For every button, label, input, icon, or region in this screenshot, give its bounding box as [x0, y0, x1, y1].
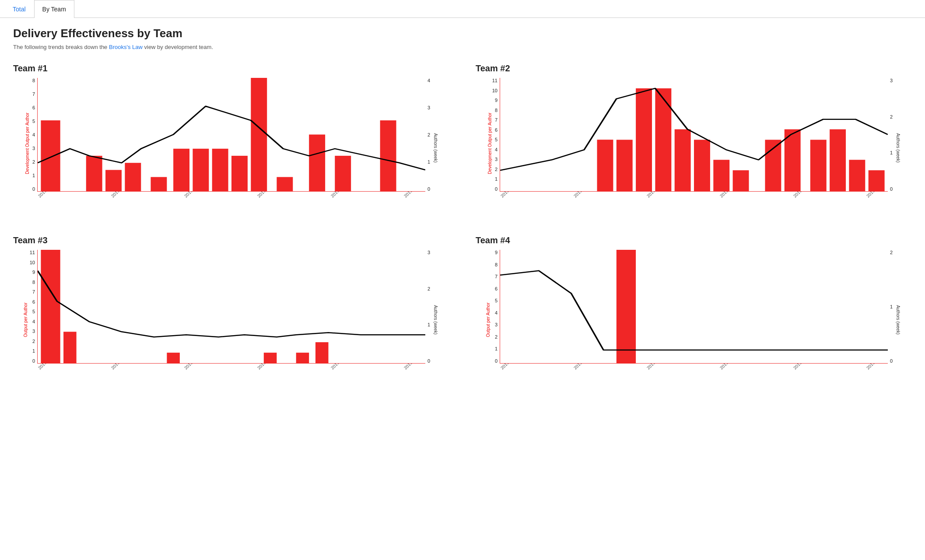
- svg-rect-15: [617, 140, 633, 191]
- svg-rect-13: [380, 120, 396, 191]
- tab-total[interactable]: Total: [4, 0, 34, 18]
- svg-rect-33: [315, 342, 329, 363]
- svg-rect-14: [597, 140, 613, 191]
- tab-by-team[interactable]: By Team: [34, 0, 74, 18]
- svg-rect-2: [105, 170, 122, 191]
- team3-title: Team #3: [13, 235, 449, 245]
- team2-section: Team #2 01234567891011 0123 Development …: [476, 63, 912, 218]
- charts-grid: Team #1 012345678 01234 Development Outp…: [13, 63, 912, 390]
- page-content: Delivery Effectiveness by Team The follo…: [0, 18, 925, 399]
- svg-rect-12: [335, 156, 351, 191]
- svg-rect-5: [173, 149, 189, 191]
- team2-title: Team #2: [476, 63, 912, 74]
- svg-rect-6: [193, 149, 209, 191]
- team4-section: Team #4 0123456789 012 Output per Author…: [476, 235, 912, 390]
- svg-rect-7: [212, 149, 228, 191]
- svg-rect-8: [231, 156, 248, 191]
- svg-rect-30: [167, 353, 180, 363]
- svg-rect-16: [636, 88, 652, 191]
- svg-rect-1: [86, 156, 102, 191]
- team1-title: Team #1: [13, 63, 449, 74]
- svg-rect-4: [151, 177, 167, 191]
- svg-rect-24: [810, 140, 827, 191]
- svg-rect-3: [125, 163, 141, 191]
- svg-rect-22: [765, 140, 781, 191]
- svg-rect-10: [277, 177, 293, 191]
- team2-chart: 01234567891011 0123 Development Output p…: [476, 78, 912, 218]
- svg-rect-26: [849, 160, 865, 191]
- page-title: Delivery Effectiveness by Team: [13, 27, 912, 40]
- team1-section: Team #1 012345678 01234 Development Outp…: [13, 63, 449, 218]
- svg-rect-18: [675, 130, 691, 191]
- svg-rect-34: [617, 250, 636, 363]
- brooks-law-link[interactable]: Brooks's Law: [109, 44, 143, 50]
- svg-rect-19: [694, 140, 710, 191]
- team1-chart: 012345678 01234 Development Output per A…: [13, 78, 449, 218]
- svg-rect-21: [733, 170, 749, 191]
- team3-chart: 01234567891011 0123 Output per Author Au…: [13, 250, 449, 390]
- svg-rect-31: [264, 353, 277, 363]
- svg-rect-9: [251, 78, 267, 191]
- team3-section: Team #3 01234567891011 0123 Output per A…: [13, 235, 449, 390]
- svg-rect-27: [869, 170, 885, 191]
- team4-chart: 0123456789 012 Output per Author Authors…: [476, 250, 912, 390]
- team4-title: Team #4: [476, 235, 912, 245]
- svg-rect-20: [713, 160, 729, 191]
- svg-rect-25: [830, 130, 846, 191]
- svg-rect-0: [41, 120, 60, 191]
- page-subtitle: The following trends breaks down the Bro…: [13, 44, 912, 50]
- svg-rect-28: [41, 250, 60, 363]
- svg-rect-23: [785, 130, 801, 191]
- svg-rect-32: [296, 353, 309, 363]
- tab-bar: Total By Team: [0, 0, 925, 18]
- svg-rect-29: [63, 332, 77, 363]
- svg-rect-11: [309, 135, 325, 192]
- svg-rect-17: [655, 88, 671, 191]
